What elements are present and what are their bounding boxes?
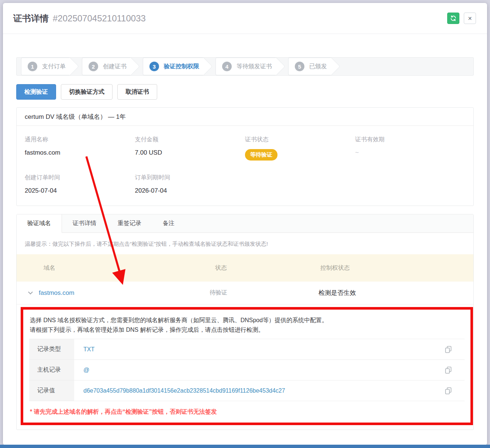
field-value: fastmos.com xyxy=(25,149,135,156)
field-value: 2026-07-04 xyxy=(135,187,245,194)
field-common-name: 通用名称 fastmos.com xyxy=(25,136,135,161)
bottom-blue-bar xyxy=(0,445,490,448)
field-label: 支付金额 xyxy=(135,136,245,144)
step-label: 已颁发 xyxy=(309,63,328,70)
step-wait-issue: 4 等待颁发证书 xyxy=(215,58,276,75)
step-label: 创建证书 xyxy=(103,63,128,70)
step-number-badge: 4 xyxy=(222,62,232,71)
field-created-time: 创建订单时间 2025-07-04 xyxy=(25,174,135,194)
header-buttons: ✕ xyxy=(447,13,476,24)
step-number-badge: 2 xyxy=(89,62,98,71)
domain-link[interactable]: fastmos.com xyxy=(39,289,74,297)
refresh-button[interactable] xyxy=(447,13,459,24)
field-label: 创建订单时间 xyxy=(25,174,135,182)
column-status: 状态 xyxy=(190,264,295,272)
column-control: 控制权状态 xyxy=(295,264,473,272)
record-label: 主机记录 xyxy=(29,360,74,380)
column-domain: 域名 xyxy=(17,264,190,272)
field-cert-status: 证书状态 等待验证 xyxy=(245,136,355,161)
refresh-icon xyxy=(450,15,456,21)
modal-body: 1 支付订单 2 创建证书 3 验证控制权限 4 等待颁发证书 5 已颁发 检测… xyxy=(3,57,487,430)
product-title: certum DV 域名级（单域名） — 1年 xyxy=(17,108,473,126)
step-issued: 5 已颁发 xyxy=(288,58,331,75)
order-number: #202507045210110033 xyxy=(53,13,146,24)
domain-status: 待验证 xyxy=(190,289,295,297)
chevron-down-icon[interactable] xyxy=(28,290,33,294)
copy-icon xyxy=(445,387,452,394)
progress-steps: 1 支付订单 2 创建证书 3 验证控制权限 4 等待颁发证书 5 已颁发 xyxy=(16,57,474,76)
check-verification-button[interactable]: 检测验证 xyxy=(16,84,56,100)
close-icon: ✕ xyxy=(468,15,472,21)
copy-icon xyxy=(445,366,452,374)
tab-reissue-records[interactable]: 重签记录 xyxy=(107,214,152,232)
field-label: 通用名称 xyxy=(25,136,135,144)
status-badge: 等待验证 xyxy=(245,149,277,161)
step-pay-order: 1 支付订单 xyxy=(21,58,70,75)
modal-header: 证书详情 #202507045210110033 ✕ xyxy=(3,3,487,34)
record-label: 记录类型 xyxy=(29,339,74,359)
control-status-action[interactable]: 检测是否生效 xyxy=(295,289,473,297)
field-label: 证书有效期 xyxy=(355,136,466,144)
tab-strip: 验证域名 证书详情 重签记录 备注 xyxy=(17,214,473,233)
step-number-badge: 3 xyxy=(149,62,159,71)
record-value-row: 记录值 d6e703a455d79b880a1df3014156e2acb232… xyxy=(29,380,465,401)
copy-record-value-button[interactable] xyxy=(445,387,452,394)
reminder-text: 温馨提示：做完以下操作后，请不定期点击“检测验证”按钮，手动检查域名验证状态和证… xyxy=(17,233,473,253)
record-type-row: 记录类型 TXT xyxy=(29,339,465,360)
step-number-badge: 5 xyxy=(295,62,304,71)
action-bar: 检测验证 切换验证方式 取消证书 xyxy=(16,84,474,100)
dns-instructions: 选择 DNS 域名授权验证方式，您需要到您的域名解析服务商（如阿里云、腾讯、DN… xyxy=(29,316,465,335)
copy-host-record-button[interactable] xyxy=(445,366,452,374)
field-label: 证书状态 xyxy=(245,136,355,144)
field-expire-time: 订单到期时间 2026-07-04 xyxy=(135,174,245,194)
step-create-cert: 2 创建证书 xyxy=(82,58,131,75)
step-label: 等待颁发证书 xyxy=(237,63,273,70)
step-verify-control: 3 验证控制权限 xyxy=(143,58,204,75)
page-title: 证书详情 xyxy=(13,13,49,24)
close-button[interactable]: ✕ xyxy=(464,13,476,24)
dns-instruction-line2: 请根据下列提示，再域名管理处添加 DNS 解析记录，操作完成后，请点击按钮进行检… xyxy=(30,325,465,335)
record-value: @ xyxy=(74,367,445,373)
copy-record-type-button[interactable] xyxy=(445,346,452,353)
host-record-row: 主机记录 @ xyxy=(29,360,465,380)
order-fields: 通用名称 fastmos.com 支付金额 7.00 USD 证书状态 等待验证… xyxy=(17,126,473,206)
dns-verification-panel: 选择 DNS 域名授权验证方式，您需要到您的域名解析服务商（如阿里云、腾讯、DN… xyxy=(21,307,473,425)
tab-cert-detail[interactable]: 证书详情 xyxy=(62,214,107,232)
switch-verification-method-button[interactable]: 切换验证方式 xyxy=(61,84,113,100)
order-info-card: certum DV 域名级（单域名） — 1年 通用名称 fastmos.com… xyxy=(16,107,474,206)
domain-table-row: fastmos.com 待验证 检测是否生效 xyxy=(17,282,473,304)
dns-instruction-line1: 选择 DNS 域名授权验证方式，您需要到您的域名解析服务商（如阿里云、腾讯、DN… xyxy=(30,316,465,325)
certificate-detail-modal: 证书详情 #202507045210110033 ✕ 1 支付订单 xyxy=(3,3,487,445)
field-label: 订单到期时间 xyxy=(135,174,245,182)
record-value: d6e703a455d79b880a1df3014156e2acb2328514… xyxy=(74,387,445,394)
field-value: ~ xyxy=(355,149,466,156)
field-amount: 支付金额 7.00 USD xyxy=(135,136,245,161)
record-label: 记录值 xyxy=(29,380,74,401)
copy-icon xyxy=(445,346,452,353)
field-value: 2025-07-04 xyxy=(25,187,135,194)
record-value: TXT xyxy=(74,346,445,353)
tab-remarks[interactable]: 备注 xyxy=(152,214,185,232)
step-label: 验证控制权限 xyxy=(164,63,201,70)
step-number-badge: 1 xyxy=(28,62,37,71)
field-value: 7.00 USD xyxy=(135,149,245,156)
cancel-certificate-button[interactable]: 取消证书 xyxy=(117,84,157,100)
dns-warning-text: * 请先完成上述域名的解析，再点击“检测验证”按钮，否则证书无法签发 xyxy=(29,408,465,416)
step-label: 支付订单 xyxy=(42,63,67,70)
dns-record-table: 记录类型 TXT 主机记录 xyxy=(29,339,465,401)
field-validity: 证书有效期 ~ xyxy=(355,136,466,161)
domain-table-header: 域名 状态 控制权状态 xyxy=(17,254,473,282)
tab-verify-domain[interactable]: 验证域名 xyxy=(17,214,62,233)
detail-tab-card: 验证域名 证书详情 重签记录 备注 温馨提示：做完以下操作后，请不定期点击“检测… xyxy=(16,214,474,430)
